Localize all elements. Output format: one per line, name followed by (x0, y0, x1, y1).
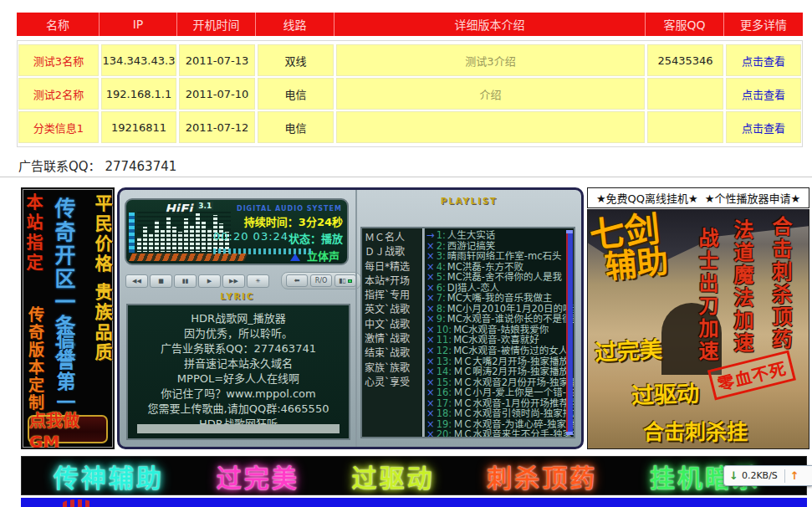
playlist-category[interactable]: 本站*开场 (365, 274, 422, 289)
player-control-button[interactable]: ◀◀ (125, 274, 148, 288)
lyric-screen: HDR战歌网_播放器因为优秀，所以聆听。广告业务联系QQ：277463741拼音… (126, 304, 350, 440)
promo-link[interactable]: ★免费QQ离线挂机★ (596, 190, 698, 206)
lyric-line: 因为优秀，所以聆听。 (128, 326, 349, 341)
digital-audio-system-label: DIGITAL AUDIO SYSTEM (237, 205, 342, 213)
player-control-button[interactable]: ▮▮ (174, 274, 197, 288)
download-speed-value: 0.2KB/S (742, 470, 778, 481)
eq-led-icon (348, 279, 352, 283)
repeat-once-button[interactable]: R/O (310, 274, 332, 287)
download-arrow-icon: ↓ (729, 469, 738, 482)
lyric-line: 您需要上传歌曲,请加QQ群:4665550 (128, 402, 349, 417)
section-divider (0, 177, 812, 177)
playlist-category[interactable]: 英文`战歌 (365, 303, 422, 317)
ad-vertical-text-warrior: 战士出刀加速 (697, 228, 717, 363)
bottom-ad-banner[interactable]: 传神辅助过完美过驱动刺杀顶药挂机暗杀 (21, 456, 807, 495)
table-header-row: 名称IP开机时间线路详细版本介绍客服QQ更多详情 (17, 13, 803, 36)
ad-title: 七剑 辅助 (588, 209, 694, 284)
cell-line: 电信 (258, 111, 336, 143)
progress-slider-icon[interactable] (290, 254, 300, 261)
right-top-links: ★免费QQ离线挂机★★个性播放器申请★ (587, 187, 809, 208)
wave-decoration (129, 254, 248, 261)
banner-text-custom-version: 传奇版本定制 (27, 306, 43, 412)
ad-contact-text: 广告联系QQ： 277463741 (18, 156, 176, 174)
banner-text-quality: 贵族品质 (93, 283, 110, 363)
ad-vertical-text-mage: 法道魔法加速 (732, 219, 752, 355)
track-status-icon: × (426, 428, 435, 437)
playlist-category[interactable]: 激情`战歌 (365, 332, 422, 346)
cell-detail: 点击查看 (726, 111, 801, 143)
playlist-category[interactable]: 指挥`专用 (365, 289, 422, 303)
volume-meter-icon (129, 213, 135, 253)
make-me-gm-button[interactable]: 点我做GM (28, 415, 108, 443)
player-control-button[interactable]: ▶ (198, 274, 221, 288)
neon-ad-text[interactable]: 传神辅助 (54, 458, 164, 494)
cell-line: 双线 (258, 44, 336, 76)
playlist-categories: ＭＣ名人ＤＪ战歌每日*精选本站*开场指挥`专用英文`战歌中文`战歌激情`战歌结束… (362, 228, 422, 437)
track-status-icon: × (426, 250, 435, 262)
bottom-blue-banner[interactable] (21, 498, 807, 507)
banner-text-site-designated: 本站指定 (25, 193, 42, 274)
game-ad-banner[interactable]: 七剑 辅助 战士出刀加速 法道魔法加速 合击刺杀顶药 过完美 过驱动 合击刺杀挂… (587, 209, 809, 449)
cell-qq (647, 111, 726, 143)
cell-ip: 134.343.43.3 (101, 44, 179, 76)
playlist: →1:人生大实话 ×2:西游记搞笑 ×3:晴雨轩网络工作室-mc石头 ×4:MC… (425, 228, 574, 437)
network-speed-widget[interactable]: ↓ 0.2KB/S ↑ (723, 465, 812, 486)
cell-detail: 点击查看 (726, 78, 801, 110)
server-table: 名称IP开机时间线路详细版本介绍客服QQ更多详情 测试3名称 134.343.4… (17, 13, 803, 147)
time-display: 00:20 03:24 (213, 230, 289, 243)
table-header-cell: 线路 (256, 13, 335, 36)
upload-arrow-icon: ↑ (790, 469, 799, 482)
ad-slogan-combo-hang: 合击刺杀挂 (643, 415, 748, 445)
neon-ad-text[interactable]: 过驱动 (352, 458, 435, 494)
player-control-button[interactable]: ■ (150, 274, 172, 288)
cell-boot-time: 2011-07-12 (179, 111, 258, 143)
detail-link[interactable]: 点击查看 (742, 53, 785, 69)
status-text: 状态：播放 (289, 230, 343, 246)
cell-intro: 测试3介绍 (336, 44, 647, 76)
track-number: 14: (437, 366, 452, 377)
neon-ad-text[interactable]: 过完美 (217, 458, 299, 494)
playlist-category[interactable]: 结束`战歌 (365, 346, 422, 361)
detail-link[interactable]: 点击查看 (742, 86, 785, 102)
playlist-category[interactable]: 心灵`享受 (365, 376, 422, 390)
left-ad-banner[interactable]: 本站指定 传奇开区一条龙 平民价格 贵族品质 传奇版本定制 信誉第一 点我做GM (21, 187, 115, 449)
ad-slogan-driver: 过驱动 (631, 376, 699, 411)
track-title: ＭＣ水观音来生不分手-独家播 (453, 428, 574, 437)
back-arrow-button[interactable]: ⬅ (286, 274, 308, 287)
player-control-button[interactable]: ✳ (247, 274, 269, 288)
cell-qq (647, 78, 726, 110)
cell-detail: 点击查看 (726, 44, 801, 76)
table-row: 分类信息1 19216811 2011-07-12 电信 点击查看 (18, 111, 801, 143)
playlist-category[interactable]: 中文`战歌 (365, 318, 422, 332)
cell-boot-time: 2011-07-13 (179, 44, 258, 76)
cell-server-name: 测试2名称 (18, 78, 101, 110)
lyric-line: HDR战歌网_播放器 (128, 311, 349, 326)
player-controls: ◀◀■▮▮▶▶▶✳ ⬅ R/O ▮▯ ◖◄ (125, 272, 382, 289)
player-control-button[interactable]: ▶▶ (222, 274, 245, 288)
table-header-cell: IP (100, 13, 177, 36)
table-header-cell: 更多详情 (724, 13, 803, 36)
hifi-version: 3.1 (197, 202, 213, 210)
playlist-item[interactable]: ×20:ＭＣ水观音来生不分手-独家播 (426, 429, 565, 437)
playlist-category[interactable]: 家族`族歌 (365, 361, 422, 376)
neon-ad-text[interactable]: 刺杀顶药 (487, 458, 597, 494)
banner-text-reputation: 信誉第一 (54, 330, 74, 413)
playlist-scrollbar[interactable] (566, 230, 573, 435)
music-player-panel: HiFi 3.1 DIGITAL AUDIO SYSTEM 持续时间：3分24秒… (117, 187, 584, 449)
cell-ip: 192.168.1.1 (101, 78, 179, 110)
table-header-cell: 客服QQ (646, 13, 724, 36)
lyric-line: 拼音速记本站永久域名 (128, 356, 349, 371)
promo-link[interactable]: ★个性播放器申请★ (705, 190, 800, 206)
playlist-section-label: PLAYLIST (357, 197, 581, 206)
player-display-screen: HiFi 3.1 DIGITAL AUDIO SYSTEM 持续时间：3分24秒… (125, 198, 349, 265)
track-number: 1: (437, 229, 446, 241)
table-header-cell: 详细版本介绍 (335, 13, 646, 36)
detail-link[interactable]: 点击查看 (742, 120, 785, 136)
playlist-category[interactable]: 每日*精选 (365, 260, 422, 274)
playlist-category[interactable]: ＤＪ战歌 (365, 245, 422, 259)
playlist-category[interactable]: ＭＣ名人 (365, 231, 422, 245)
player-option-group: ⬅ R/O ▮▯ (281, 272, 361, 289)
lyric-line: MPPOL=好多人人在线啊 (128, 371, 349, 387)
equalizer-button[interactable]: ▮▯ (335, 274, 356, 287)
track-number: 20: (437, 428, 452, 437)
